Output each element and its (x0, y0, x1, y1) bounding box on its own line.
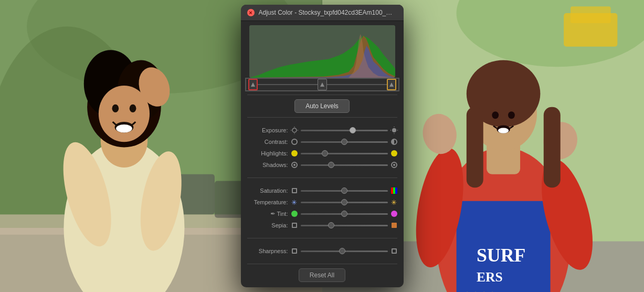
shadows-slider[interactable] (301, 164, 388, 166)
panel-title: Adjust Color - Stocksy_txpfd042cd3EAm100… (259, 9, 397, 16)
svg-text:SURF: SURF (476, 245, 525, 266)
saturation-high-icon (390, 186, 398, 195)
highlights-low-icon (290, 149, 299, 158)
sharpness-high-icon (390, 247, 398, 255)
temp-cool-icon: ✳ (290, 198, 299, 206)
sepia-slider[interactable] (301, 225, 388, 226)
contrast-slider[interactable] (301, 141, 388, 143)
highlights-label: Highlights: (246, 150, 288, 157)
svg-point-40 (508, 111, 515, 119)
eyedropper-icon[interactable]: ✒ (270, 210, 276, 217)
divider-2 (247, 117, 397, 118)
highlights-slider[interactable] (301, 153, 388, 154)
exposure-high-icon (390, 126, 398, 134)
histogram-midpoint[interactable] (318, 79, 327, 90)
tint-row: ✒ Tint: (246, 210, 398, 218)
adjust-color-panel: Adjust Color - Stocksy_txpfd042cd3EAm100… (241, 5, 404, 287)
svg-point-15 (112, 105, 119, 112)
svg-point-16 (130, 105, 136, 112)
svg-point-18 (116, 124, 132, 132)
saturation-row: Saturation: (246, 186, 398, 195)
reset-all-button[interactable]: Reset All (299, 268, 345, 282)
sepia-row: Sepia: (246, 221, 398, 230)
exposure-slider[interactable] (301, 130, 388, 131)
sharpness-label: Sharpness: (246, 248, 288, 254)
svg-text:★★★★: ★★★★ (463, 290, 497, 292)
sharpness-row: Sharpness: (246, 247, 398, 255)
tonal-controls: Exposure: (241, 121, 404, 174)
contrast-label: Contrast: (246, 139, 288, 145)
svg-marker-44 (251, 82, 255, 87)
highlights-thumb[interactable] (322, 150, 328, 157)
sharpness-section: Sharpness: (241, 242, 404, 260)
sepia-thumb[interactable] (328, 222, 334, 228)
exposure-thumb[interactable] (350, 127, 356, 133)
close-button[interactable] (247, 9, 255, 16)
svg-rect-37 (466, 107, 483, 187)
tint-label: Tint: (277, 211, 288, 217)
shadows-high-icon (390, 161, 398, 169)
svg-point-42 (498, 128, 508, 133)
saturation-low-icon (290, 186, 299, 195)
divider-3 (247, 178, 397, 178)
color-controls: Saturation: Temperature: ✳ ✳ (241, 181, 404, 235)
sharpness-low-icon (290, 247, 299, 255)
saturation-label: Saturation: (246, 187, 288, 194)
contrast-high-icon (390, 138, 398, 146)
shadows-row: Shadows: (246, 161, 398, 169)
divider-5 (247, 264, 397, 264)
shadows-label: Shadows: (246, 162, 288, 168)
sepia-high-icon (390, 221, 398, 230)
tint-slider[interactable] (301, 213, 388, 215)
histogram-white-point[interactable] (387, 79, 396, 90)
svg-marker-45 (320, 82, 324, 87)
highlights-row: Highlights: (246, 149, 398, 158)
saturation-slider[interactable] (301, 190, 388, 192)
histogram (249, 25, 395, 78)
shadows-thumb[interactable] (328, 162, 334, 168)
sepia-low-icon (290, 221, 299, 230)
tint-green-icon (290, 210, 299, 218)
svg-text:ERS: ERS (476, 269, 502, 285)
svg-rect-38 (543, 107, 560, 187)
highlights-high-icon (390, 149, 398, 158)
svg-point-39 (492, 111, 499, 119)
divider-4 (247, 238, 397, 238)
sharpness-slider[interactable] (301, 251, 388, 252)
tint-pink-icon (390, 210, 398, 218)
temp-warm-icon: ✳ (390, 198, 398, 206)
exposure-low-icon (290, 126, 299, 134)
svg-point-47 (292, 128, 297, 132)
exposure-row: Exposure: (246, 126, 398, 134)
contrast-low-icon (290, 138, 299, 146)
saturation-thumb[interactable] (341, 187, 347, 194)
temperature-slider[interactable] (301, 202, 388, 203)
svg-rect-23 (570, 6, 610, 23)
temperature-thumb[interactable] (341, 199, 347, 205)
exposure-label: Exposure: (246, 127, 288, 133)
svg-point-52 (392, 128, 396, 132)
sharpness-thumb[interactable] (339, 248, 345, 254)
contrast-row: Contrast: (246, 138, 398, 146)
sepia-label: Sepia: (246, 222, 288, 228)
tint-thumb[interactable] (341, 211, 347, 217)
temperature-row: Temperature: ✳ ✳ (246, 198, 398, 206)
shadows-low-icon (290, 161, 299, 169)
contrast-thumb[interactable] (341, 139, 347, 145)
histogram-black-point[interactable] (248, 79, 258, 90)
panel-titlebar: Adjust Color - Stocksy_txpfd042cd3EAm100… (241, 5, 404, 21)
temperature-label: Temperature: (246, 199, 288, 205)
auto-levels-button[interactable]: Auto Levels (294, 99, 350, 113)
divider-1 (247, 95, 397, 95)
svg-marker-46 (389, 82, 394, 87)
